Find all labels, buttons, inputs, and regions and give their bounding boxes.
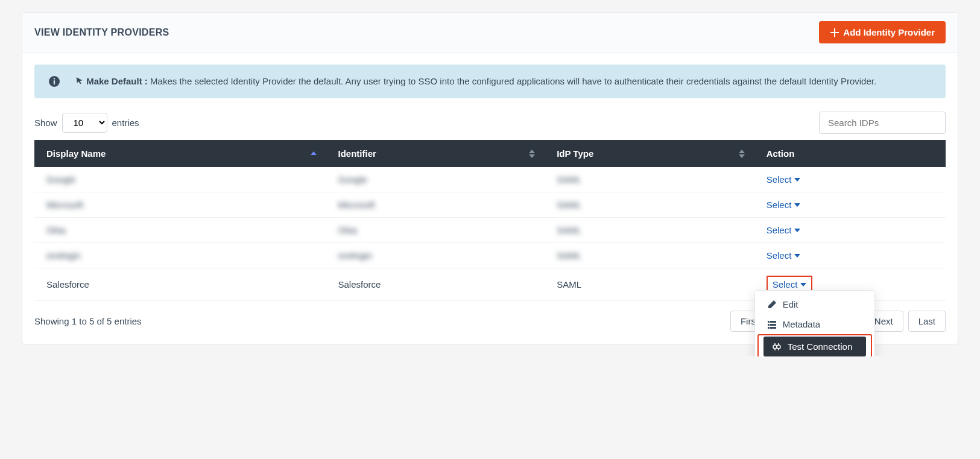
- caret-down-icon: [794, 203, 800, 207]
- info-icon: [49, 76, 60, 87]
- plus-icon: [830, 28, 839, 37]
- svg-point-10: [777, 345, 780, 349]
- sort-icon: [739, 150, 745, 158]
- select-action-dropdown[interactable]: Select: [767, 225, 801, 235]
- cell-idp-type: SAML: [545, 243, 754, 268]
- cell-action: SelectEditMetadataTest ConnectionMake De…: [754, 268, 946, 301]
- cell-display-name: Salesforce: [34, 268, 326, 301]
- dropdown-item-metadata[interactable]: Metadata: [755, 314, 874, 334]
- select-action-dropdown[interactable]: Select: [767, 174, 801, 185]
- show-entries: Show 10 entries: [34, 113, 139, 133]
- caret-down-icon: [794, 254, 800, 258]
- sort-icon: [529, 150, 535, 158]
- cell-identifier: Microsoft: [326, 192, 545, 218]
- add-identity-provider-button[interactable]: Add Identity Provider: [819, 21, 946, 43]
- cell-idp-type: SAML: [545, 192, 754, 218]
- svg-rect-4: [770, 321, 776, 323]
- table-row: OktaOktaSAMLSelect: [34, 218, 946, 243]
- cell-identifier: Okta: [326, 218, 545, 243]
- info-banner: Make Default : Makes the selected Identi…: [34, 65, 946, 98]
- cell-display-name: Okta: [34, 218, 326, 243]
- info-text: Make Default : Makes the selected Identi…: [75, 74, 876, 89]
- idp-table: Display Name Identifier IdP Type: [34, 140, 946, 301]
- cell-idp-type: SAML: [545, 268, 754, 301]
- show-label: Show: [34, 118, 57, 128]
- banner-description: Makes the selected Identity Provider the…: [150, 76, 876, 86]
- cell-display-name: onelogin: [34, 243, 326, 268]
- caret-down-icon: [794, 178, 800, 182]
- action-dropdown-menu: EditMetadataTest ConnectionMake DefaultS…: [754, 290, 875, 356]
- svg-rect-5: [768, 324, 770, 326]
- col-display-name[interactable]: Display Name: [34, 140, 326, 167]
- search-input[interactable]: [819, 112, 946, 134]
- cell-display-name: Microsoft: [34, 192, 326, 218]
- cell-idp-type: SAML: [545, 167, 754, 192]
- caret-down-icon: [794, 229, 800, 232]
- svg-point-2: [54, 78, 55, 79]
- entries-select[interactable]: 10: [62, 113, 107, 133]
- col-identifier[interactable]: Identifier: [326, 140, 545, 167]
- cell-action: Select: [754, 243, 946, 268]
- cell-identifier: Google: [326, 167, 545, 192]
- table-controls: Show 10 entries: [34, 112, 946, 134]
- svg-rect-1: [54, 80, 55, 84]
- gears-icon: [772, 342, 782, 352]
- select-action-dropdown[interactable]: Select: [767, 250, 801, 261]
- cell-action: Select: [754, 167, 946, 192]
- table-row: SalesforceSalesforceSAMLSelectEditMetada…: [34, 268, 946, 301]
- select-action-dropdown[interactable]: Select: [773, 279, 807, 290]
- cell-identifier: onelogin: [326, 243, 545, 268]
- search-box: [819, 112, 946, 134]
- svg-rect-3: [768, 321, 770, 323]
- showing-info: Showing 1 to 5 of 5 entries: [34, 316, 142, 326]
- identity-providers-card: VIEW IDENTITY PROVIDERS Add Identity Pro…: [22, 12, 958, 344]
- list-icon: [767, 320, 777, 329]
- page-title: VIEW IDENTITY PROVIDERS: [34, 27, 169, 38]
- svg-point-9: [773, 345, 777, 349]
- table-row: GoogleGoogleSAMLSelect: [34, 167, 946, 192]
- svg-rect-8: [770, 327, 776, 329]
- edit-icon: [767, 300, 777, 309]
- card-header: VIEW IDENTITY PROVIDERS Add Identity Pro…: [22, 13, 958, 52]
- page-last[interactable]: Last: [908, 311, 946, 332]
- dropdown-item-edit[interactable]: Edit: [755, 294, 874, 314]
- col-idp-type[interactable]: IdP Type: [545, 140, 754, 167]
- cell-action: Select: [754, 218, 946, 243]
- svg-rect-7: [768, 327, 770, 329]
- table-row: oneloginoneloginSAMLSelect: [34, 243, 946, 268]
- card-body: Make Default : Makes the selected Identi…: [22, 52, 958, 344]
- banner-label: Make Default :: [86, 76, 148, 86]
- col-action: Action: [754, 140, 946, 167]
- svg-rect-6: [770, 324, 776, 326]
- dropdown-item-test[interactable]: Test Connection: [763, 337, 866, 356]
- sort-icon: [311, 151, 317, 156]
- add-button-label: Add Identity Provider: [843, 27, 935, 37]
- cell-idp-type: SAML: [545, 218, 754, 243]
- pointer-icon: [75, 77, 84, 85]
- cell-action: Select: [754, 192, 946, 218]
- caret-down-icon: [800, 283, 806, 286]
- cell-display-name: Google: [34, 167, 326, 192]
- select-action-dropdown[interactable]: Select: [767, 200, 801, 210]
- table-row: MicrosoftMicrosoftSAMLSelect: [34, 192, 946, 218]
- entries-label: entries: [112, 118, 139, 128]
- cell-identifier: Salesforce: [326, 268, 545, 301]
